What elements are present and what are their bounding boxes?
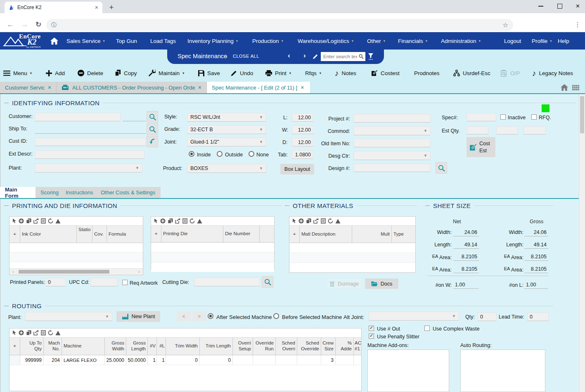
cell-machine[interactable]: LARGE FLEXO xyxy=(62,355,105,365)
filter-funnel-icon[interactable] xyxy=(368,53,374,60)
product-dropdown[interactable]: BOXES▼ xyxy=(187,164,266,173)
use-penalty-slitter-checkbox[interactable] xyxy=(369,333,374,339)
empty-row[interactable] xyxy=(289,243,415,253)
col-ac-1[interactable]: AC #1 xyxy=(354,338,361,355)
grid-notes-icon[interactable] xyxy=(41,218,46,224)
before-selected-radio[interactable] xyxy=(273,313,279,319)
col-ink-color[interactable]: Ink Color xyxy=(20,226,77,243)
cell-num-l[interactable]: 1 xyxy=(157,355,166,365)
legacy-notes-button[interactable]: ♪ Legacy Notes xyxy=(532,64,573,82)
col-sched-override-1[interactable]: Sched Overri xyxy=(276,338,297,355)
prodnotes-button[interactable]: Prodnotes xyxy=(414,64,440,82)
nav-item-other[interactable]: Other▾ xyxy=(367,32,385,50)
col-die-number[interactable]: Die Number xyxy=(223,226,260,242)
after-selected-radio[interactable] xyxy=(208,313,213,319)
search-icon[interactable] xyxy=(359,54,364,59)
grid-refresh-icon[interactable] xyxy=(48,218,53,224)
grid-add-icon[interactable] xyxy=(19,218,24,224)
routing-prev-button[interactable]: < xyxy=(177,312,191,321)
design-search-button[interactable] xyxy=(436,162,447,174)
nav-item-production[interactable]: Production▾ xyxy=(252,32,283,50)
nav-item-load-tags[interactable]: Load Tags xyxy=(150,32,176,50)
docs-button[interactable]: Docs xyxy=(365,279,398,289)
scroll-thumb[interactable] xyxy=(19,270,109,274)
scroll-right-icon[interactable]: › xyxy=(135,269,143,274)
customer-suffix-input[interactable] xyxy=(123,113,146,121)
notes-button[interactable]: ♪ Notes xyxy=(335,64,356,82)
tab-close-icon[interactable]: × xyxy=(198,84,201,91)
col-trim-width[interactable]: Trim Width xyxy=(166,338,200,355)
grid-select-icon[interactable] xyxy=(291,218,296,224)
d-input[interactable] xyxy=(292,138,313,146)
prev-record-icon[interactable]: ‹ xyxy=(288,52,290,60)
grid-add-icon[interactable] xyxy=(160,218,166,224)
home-icon[interactable] xyxy=(561,84,568,91)
add-button[interactable]: Add xyxy=(46,64,65,82)
routing-plant-dropdown[interactable]: ▼ xyxy=(25,312,112,321)
grid-copy-icon[interactable] xyxy=(306,218,311,224)
nav-item-administration[interactable]: Administration▾ xyxy=(441,32,481,50)
cell-gross-width[interactable]: 25.0000 xyxy=(105,355,126,365)
grid-select-icon[interactable] xyxy=(153,218,158,224)
tab-close-icon[interactable]: × xyxy=(301,84,304,91)
grid-export-icon[interactable] xyxy=(313,218,319,224)
cell-gross-length[interactable]: 50.0000 xyxy=(126,355,148,365)
chevron-down-icon[interactable]: ▾ xyxy=(225,55,227,59)
col-printing-die[interactable]: Printing Die xyxy=(161,226,223,242)
col-coverage[interactable]: Cov. xyxy=(92,226,107,243)
upc-input[interactable] xyxy=(90,278,118,286)
maintain-button[interactable]: Maintain▾ xyxy=(149,64,184,82)
cost-est-button[interactable]: Cost Est xyxy=(467,137,495,157)
design-input[interactable] xyxy=(353,163,431,172)
empty-row[interactable] xyxy=(289,263,415,272)
use-complex-waste-checkbox[interactable] xyxy=(424,326,430,331)
on-w-input[interactable] xyxy=(453,281,479,289)
cell-up-to-qty[interactable]: 999999 xyxy=(20,355,44,365)
op-button[interactable]: O/P xyxy=(501,64,520,82)
reload-button[interactable]: ↻ xyxy=(33,19,44,30)
lead-time-input[interactable] xyxy=(527,312,549,321)
gross-ea-area-input-1[interactable] xyxy=(524,253,548,261)
col-matl-description[interactable]: Matl Description xyxy=(300,226,352,243)
grid-notes-icon[interactable] xyxy=(321,218,326,224)
machine-addons-listbox[interactable] xyxy=(367,349,449,392)
costest-button[interactable]: Costest xyxy=(371,64,400,82)
grid-warning-icon[interactable] xyxy=(335,219,341,224)
tab-close-icon[interactable]: × xyxy=(48,84,51,91)
window-minimize-button[interactable] xyxy=(533,0,549,12)
empty-row[interactable] xyxy=(151,253,274,262)
vertical-scrollbar[interactable] xyxy=(579,94,585,392)
auto-routing-listbox[interactable] xyxy=(460,349,545,392)
net-ea-area-input-2[interactable] xyxy=(453,265,479,273)
grid-refresh-icon[interactable] xyxy=(328,218,333,224)
tab-input[interactable] xyxy=(292,150,313,159)
col-override-run[interactable]: Override Run xyxy=(253,338,276,355)
printed-panels-input[interactable] xyxy=(45,278,66,286)
grid-copy-icon[interactable] xyxy=(168,218,173,224)
nav-item-profile[interactable]: Profile▾ xyxy=(532,32,552,50)
col-gross-width[interactable]: Gross Width xyxy=(105,338,126,355)
grid-warning-icon[interactable] xyxy=(55,219,61,224)
req-artwork-checkbox[interactable] xyxy=(122,280,128,285)
ship-to-input[interactable] xyxy=(35,125,146,134)
browser-menu-icon[interactable]: ⋮ xyxy=(572,19,583,30)
on-l-input[interactable] xyxy=(524,281,548,289)
window-close-button[interactable]: × xyxy=(571,0,585,12)
empty-row[interactable] xyxy=(151,262,274,272)
print-outside-radio[interactable] xyxy=(217,151,223,157)
col-plus[interactable]: + xyxy=(9,338,20,355)
col-crew-size[interactable]: Crew Size xyxy=(321,338,336,355)
old-item-input[interactable] xyxy=(353,139,431,147)
rfq-checkbox[interactable] xyxy=(531,114,537,120)
l-input[interactable] xyxy=(292,113,313,122)
customer-input[interactable] xyxy=(35,113,121,121)
grid-notes-icon[interactable] xyxy=(182,218,187,224)
box-layout-button[interactable]: Box Layout xyxy=(280,164,314,175)
print-none-radio[interactable] xyxy=(249,151,254,157)
cell-ac-1[interactable] xyxy=(354,355,361,365)
form-tab-main[interactable]: Main Form xyxy=(0,187,36,198)
empty-row[interactable] xyxy=(9,243,143,253)
est-qty-input-3[interactable] xyxy=(523,126,546,135)
grid-refresh-icon[interactable] xyxy=(48,330,53,335)
cell-crew-size[interactable]: 3 xyxy=(321,355,336,365)
